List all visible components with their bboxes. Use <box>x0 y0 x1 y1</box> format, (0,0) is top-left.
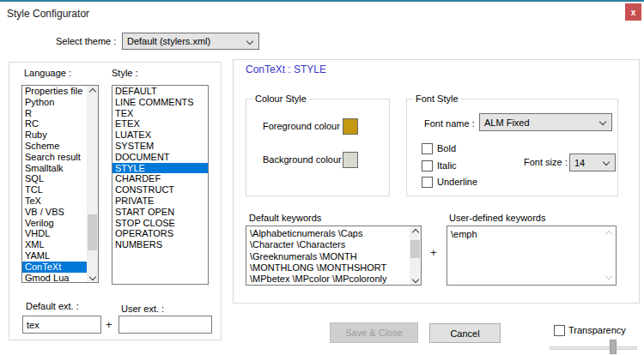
font-style-title: Font Style <box>413 93 461 104</box>
list-item[interactable]: RC <box>22 118 87 129</box>
style-label: Style : <box>112 68 138 78</box>
list-item[interactable]: DOCUMENT <box>112 152 208 163</box>
list-item[interactable]: Scheme <box>22 141 87 152</box>
list-item[interactable]: R <box>22 108 87 119</box>
font-size-value: 14 <box>574 158 585 168</box>
style-configurator-dialog: Style Configurator x Select theme : Defa… <box>0 0 644 355</box>
select-theme-label: Select theme : <box>56 36 116 46</box>
italic-checkbox[interactable] <box>422 160 433 171</box>
list-item[interactable]: Verilog <box>22 218 87 229</box>
default-keywords-box[interactable]: \Alphabeticnumerals \Caps \Character \Ch… <box>246 226 422 286</box>
transparency-slider-track[interactable] <box>550 346 637 350</box>
user-keywords-label: User-defined keywords <box>449 213 546 223</box>
theme-select-value: Default (stylers.xml) <box>127 36 210 46</box>
list-item[interactable]: LUATEX <box>112 129 208 141</box>
scroll-up-icon[interactable] <box>410 226 421 238</box>
ext-plus-sign: + <box>106 318 112 331</box>
underline-checkbox[interactable] <box>422 177 433 188</box>
colour-style-groupbox <box>246 99 390 196</box>
list-item[interactable]: Ruby <box>22 129 87 141</box>
scroll-up-icon[interactable] <box>87 86 98 97</box>
list-item[interactable]: LINE COMMENTS <box>112 97 208 108</box>
list-item[interactable]: Gmod Lua <box>22 273 87 283</box>
keyword-line: \Greeknumerals \MONTH <box>246 251 410 262</box>
list-item[interactable]: CONSTRUCT <box>112 184 208 196</box>
default-ext-input[interactable] <box>22 316 101 334</box>
list-item[interactable]: OPERATORS <box>112 228 208 239</box>
list-item-selected-language[interactable]: ConTeXt <box>22 262 87 273</box>
close-icon: x <box>631 8 636 17</box>
transparency-slider[interactable] <box>550 340 637 355</box>
list-item[interactable]: SYSTEM <box>112 141 208 152</box>
list-item[interactable]: TeX <box>22 196 87 207</box>
default-keywords-label: Default keywords <box>249 213 321 223</box>
colour-style-title: Colour Style <box>252 93 309 104</box>
font-name-select[interactable]: ALM Fixed <box>479 113 612 131</box>
current-selection-header: ConTeXt : STYLE <box>246 63 326 75</box>
transparency-checkbox[interactable] <box>554 325 565 336</box>
cancel-label: Cancel <box>450 328 479 339</box>
list-item-selected-style[interactable]: STYLE <box>112 163 208 174</box>
font-size-select[interactable]: 14 <box>569 153 616 171</box>
keywords-plus-sign: + <box>430 246 437 259</box>
transparency-label: Transparency <box>568 325 626 335</box>
list-item[interactable]: YAML <box>22 250 87 262</box>
default-keywords-scrollbar[interactable] <box>410 226 421 285</box>
list-item[interactable]: ETEX <box>112 118 208 129</box>
bold-checkbox[interactable] <box>422 143 433 154</box>
user-ext-label: User ext. : <box>121 304 164 314</box>
scrollbar-thumb[interactable] <box>88 214 97 250</box>
list-item[interactable]: VHDL <box>22 228 87 239</box>
scroll-down-icon <box>605 273 612 280</box>
bold-label: Bold <box>437 143 456 153</box>
style-listbox[interactable]: DEFAULT LINE COMMENTS TEX ETEX LUATEX SY… <box>112 85 209 285</box>
list-item[interactable]: XML <box>22 239 87 250</box>
underline-label: Underline <box>437 177 477 187</box>
scrollbar-thumb[interactable] <box>410 240 420 258</box>
chevron-down-icon <box>603 159 610 165</box>
transparency-slider-thumb[interactable] <box>610 340 617 354</box>
list-item[interactable]: Search result <box>22 152 87 163</box>
theme-select[interactable]: Default (stylers.xml) <box>122 33 259 50</box>
background-colour-swatch[interactable] <box>343 152 358 168</box>
list-item[interactable]: STOP CLOSE <box>112 218 208 229</box>
list-item[interactable]: START OPEN <box>112 207 208 218</box>
foreground-colour-swatch[interactable] <box>343 118 358 135</box>
save-and-close-button[interactable]: Save & Close <box>330 322 418 343</box>
language-label: Language : <box>24 68 71 78</box>
language-scrollbar[interactable] <box>87 86 98 282</box>
language-listbox[interactable]: Properties file Python R RC Ruby Scheme … <box>21 85 99 283</box>
list-item[interactable]: CHARDEF <box>112 173 208 184</box>
font-size-label: Font size : <box>524 157 568 167</box>
close-button[interactable]: x <box>625 3 641 21</box>
list-item[interactable]: VB / VBS <box>22 207 87 218</box>
keyword-line: \Character \Characters <box>246 239 410 250</box>
list-item[interactable]: Python <box>22 97 87 108</box>
keyword-line: \Alphabeticnumerals \Caps <box>246 228 410 239</box>
list-item[interactable]: Smalltalk <box>22 163 87 174</box>
chevron-down-icon <box>246 38 253 45</box>
list-item[interactable]: DEFAULT <box>112 86 208 97</box>
user-keyword-value: \emph <box>447 226 616 240</box>
list-item[interactable]: SQL <box>22 173 87 184</box>
keyword-line: \MPbetex \MPcolor \MPcoloronly <box>246 274 410 285</box>
scroll-down-icon[interactable] <box>87 271 98 282</box>
default-ext-label: Default ext. : <box>26 301 79 311</box>
font-name-value: ALM Fixed <box>484 117 530 128</box>
list-item[interactable]: TCL <box>22 184 87 196</box>
user-keywords-box[interactable]: \emph <box>447 226 617 286</box>
cancel-button[interactable]: Cancel <box>429 323 501 343</box>
list-item[interactable]: NUMBERS <box>112 239 208 250</box>
font-name-label: Font name : <box>424 118 475 129</box>
list-item[interactable]: TEX <box>112 108 208 119</box>
chevron-down-icon <box>599 118 606 125</box>
keyword-line: \MONTHLONG \MONTHSHORT <box>246 262 410 274</box>
list-item[interactable]: PRIVATE <box>112 196 208 207</box>
background-colour-label: Background colour <box>263 154 342 165</box>
window-title: Style Configurator <box>7 8 89 20</box>
list-item[interactable]: Properties file <box>22 86 87 97</box>
user-ext-input[interactable] <box>118 316 212 334</box>
scroll-down-icon[interactable] <box>410 274 421 285</box>
italic-label: Italic <box>437 160 457 171</box>
save-and-close-label: Save & Close <box>345 328 403 338</box>
